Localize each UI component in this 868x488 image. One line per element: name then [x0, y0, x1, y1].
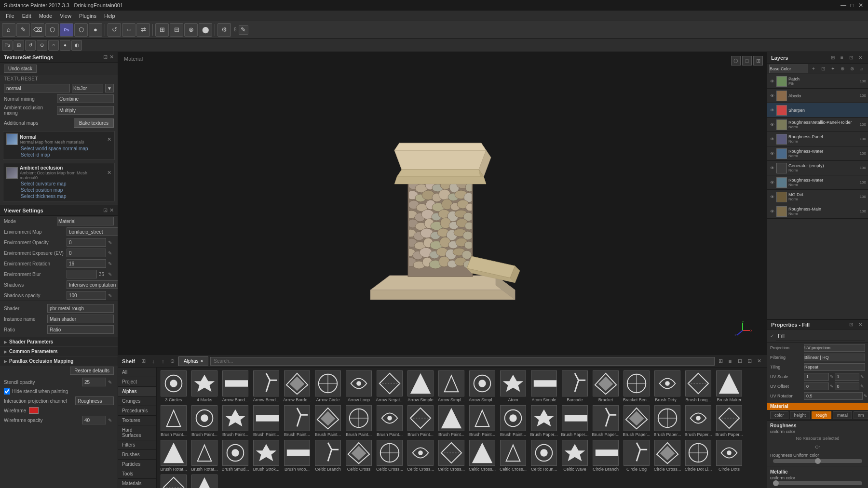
shelf-item-19[interactable]: Brush Paint...: [159, 404, 189, 438]
shelf-search-input[interactable]: [210, 357, 715, 366]
toolbar-settings-btn[interactable]: ⚙: [217, 23, 231, 37]
shelf-item-11[interactable]: Atom: [498, 369, 528, 403]
env-rotation-input[interactable]: [67, 259, 106, 268]
shelf-item-21[interactable]: Brush Paint...: [220, 404, 250, 438]
mat-tab-metal[interactable]: metal: [833, 411, 852, 419]
layer-eye-5[interactable]: 👁: [769, 151, 775, 157]
vp-nav-btn1[interactable]: ⬡: [731, 56, 741, 66]
shelf-item-9[interactable]: Arrow Simpl...: [436, 369, 466, 403]
toolbar-paint-btn[interactable]: ⬡: [45, 23, 59, 37]
shelf-item-2[interactable]: Arrow Band...: [220, 369, 250, 403]
ao-map-close[interactable]: ✕: [107, 170, 111, 176]
uv-scale-input2[interactable]: [835, 373, 860, 381]
toolbar-sphere-btn[interactable]: ●: [89, 23, 102, 37]
shelf-item-48[interactable]: Celtic Cross...: [467, 439, 497, 473]
toolbar-home-btn[interactable]: ⌂: [2, 23, 15, 37]
shelf-item-40[interactable]: Brush Smud...: [220, 439, 250, 473]
ao-mixing-select[interactable]: Multiply: [57, 106, 114, 115]
layers-icon1[interactable]: ⊞: [829, 54, 837, 62]
shelf-import-btn[interactable]: ↓: [149, 357, 157, 365]
shelf-cat-materials[interactable]: Materials: [118, 479, 156, 488]
env-blur-edit[interactable]: ✎: [106, 270, 114, 278]
layers-icon2[interactable]: ≡: [838, 54, 846, 62]
shelf-cat-filters[interactable]: Filters: [118, 440, 156, 450]
layer-item-8[interactable]: 👁 MG Dirt Norm 100: [767, 190, 868, 204]
shelf-maximize-btn[interactable]: ⊡: [746, 357, 753, 365]
menu-help[interactable]: Help: [100, 11, 119, 21]
roughness-slider[interactable]: [773, 459, 862, 463]
layer-tool-trash[interactable]: ⊗: [848, 65, 856, 73]
layer-eye-9[interactable]: 👁: [769, 209, 775, 214]
instance-name-input[interactable]: [47, 315, 114, 323]
shelf-item-29[interactable]: Brush Paint...: [467, 404, 497, 438]
toolbar-pencil-btn[interactable]: ✎: [16, 23, 30, 37]
textureset-header[interactable]: TextureSet Settings ⊡ ✕: [0, 52, 118, 63]
shelf-cat-project[interactable]: Project: [118, 377, 156, 387]
shelf-item-51[interactable]: Celtic Wave: [560, 439, 590, 473]
toolbar-eraser-btn[interactable]: ⌫: [31, 23, 44, 37]
shelf-item-6[interactable]: Arrow Loop: [344, 369, 374, 403]
shadows-opacity-input[interactable]: [67, 291, 106, 300]
normal-mixing-select[interactable]: Combine: [57, 94, 114, 103]
props-close-btn[interactable]: ✕: [856, 321, 864, 329]
shelf-item-1[interactable]: 4 Marks: [190, 369, 219, 403]
undo-stack-btn[interactable]: Undo stack: [4, 65, 37, 73]
mat-tab-color[interactable]: color: [770, 411, 788, 419]
shelf-item-54[interactable]: Circle Cross...: [652, 439, 682, 473]
toolbar-layers-btn[interactable]: ⊗: [184, 23, 198, 37]
mode-select[interactable]: Material: [57, 217, 114, 225]
shelf-item-39[interactable]: Brush Rotat...: [190, 439, 219, 473]
layer-item-2[interactable]: 👁 Sharpen: [767, 103, 868, 118]
layer-eye-1[interactable]: 👁: [769, 93, 775, 99]
shelf-item-13[interactable]: Barcode: [560, 369, 590, 403]
base-color-select[interactable]: Base Color: [769, 65, 808, 73]
shadows-opacity-edit[interactable]: ✎: [106, 291, 114, 299]
toolbar-grid-btn[interactable]: ⊞: [155, 23, 169, 37]
env-exposure-edit[interactable]: ✎: [106, 249, 114, 257]
shelf-item-23[interactable]: Brush Paint...: [282, 404, 312, 438]
shelf-item-14[interactable]: Bracket: [591, 369, 621, 403]
props-expand-btn[interactable]: ⊡: [847, 321, 855, 329]
shelf-cat-brushes[interactable]: Brushes: [118, 450, 156, 460]
shelf-item-32[interactable]: Brush Paper...: [560, 404, 590, 438]
shelf-cat-grunges[interactable]: Grunges: [118, 396, 156, 406]
layer-item-6[interactable]: 👁 Generator (empty) Norm 100: [767, 161, 868, 175]
toolbar-mirror-btn[interactable]: ⇄: [136, 23, 150, 37]
shelf-cat-hard-surfaces[interactable]: Hard Surfaces: [118, 425, 156, 440]
shelf-item-4[interactable]: Arrow Borde...: [282, 369, 312, 403]
shelf-item-43[interactable]: Celtic Branch: [313, 439, 343, 473]
ao-map-link1[interactable]: Select curvature map: [6, 180, 111, 186]
viewer-expand-btn[interactable]: ⊡: [103, 207, 108, 213]
shelf-item-26[interactable]: Brush Paint...: [375, 404, 405, 438]
env-opacity-input[interactable]: [67, 238, 106, 247]
texture-set-input[interactable]: [4, 84, 70, 92]
tb2-btn3[interactable]: ↺: [25, 40, 36, 51]
shelf-item-20[interactable]: Brush Paint...: [190, 404, 219, 438]
shelf-item-0[interactable]: 3 Circles: [159, 369, 189, 403]
toolbar-rotate-btn[interactable]: ↺: [108, 23, 121, 37]
panel-expand-btn[interactable]: ⊡: [103, 54, 108, 60]
layer-item-4[interactable]: 👁 Roughness-Panel Norm 100: [767, 132, 868, 146]
shelf-item-57[interactable]: Circle Double: [159, 474, 189, 488]
shader-params-header[interactable]: ▶ Shader Parameters: [0, 337, 118, 346]
shelf-icon-btn3[interactable]: ⊟: [736, 357, 744, 365]
shelf-item-38[interactable]: Brush Rotat...: [159, 439, 189, 473]
shelf-item-25[interactable]: Brush Paint...: [344, 404, 374, 438]
shelf-item-3[interactable]: Arrow Bend...: [251, 369, 281, 403]
shelf-item-12[interactable]: Atom Simple: [529, 369, 559, 403]
projection-channel-input[interactable]: [75, 396, 114, 405]
shelf-cat-tools[interactable]: Tools: [118, 469, 156, 479]
ao-map-link2[interactable]: Select position map: [6, 186, 111, 193]
shelf-item-50[interactable]: Celtic Roun...: [529, 439, 559, 473]
shelf-item-5[interactable]: Arrow Circle: [313, 369, 343, 403]
wireframe-color-picker[interactable]: [29, 407, 39, 414]
wireframe-opacity-input[interactable]: [82, 416, 106, 424]
normal-map-link2[interactable]: Select id map: [6, 151, 111, 158]
normal-map-link1[interactable]: Select world space normal map: [6, 145, 111, 151]
layer-eye-7[interactable]: 👁: [769, 180, 775, 185]
bake-textures-btn[interactable]: Bake textures: [74, 119, 114, 128]
shelf-item-42[interactable]: Brush Woo...: [282, 439, 312, 473]
panel-close-btn[interactable]: ✕: [109, 54, 114, 60]
restore-defaults-btn[interactable]: Restore defaults: [70, 367, 114, 375]
viewer-settings-header[interactable]: Viewer Settings ⊡ ✕: [0, 205, 118, 216]
